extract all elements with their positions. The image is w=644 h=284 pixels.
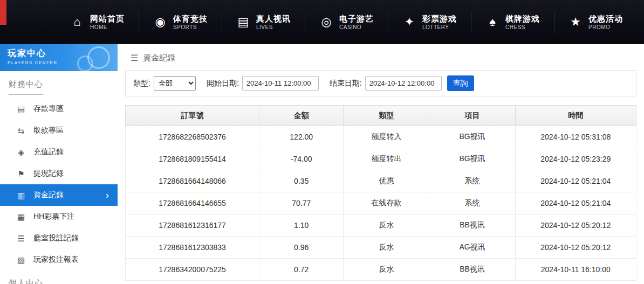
cell-order-number: 1728681664146655 xyxy=(126,192,259,214)
main-content: ☰ 資金記錄 類型: 全部 開始日期: 结束日期: 查詢 訂單號 金額 xyxy=(118,44,644,284)
home-icon: ⌂ xyxy=(70,16,84,28)
nav-label-zh: 棋牌游戏 xyxy=(505,13,540,24)
nav-item[interactable]: ♠ 棋牌游戏 CHESS xyxy=(471,11,554,33)
menu-item-label: 玩家投注報表 xyxy=(33,255,79,265)
nav-item[interactable]: ◉ 体育竞技 SPORTS xyxy=(139,11,222,33)
cell-type: 优惠 xyxy=(344,170,429,192)
cell-amount: 0.35 xyxy=(259,170,344,192)
table-row: 1728681664146655 70.77 在线存款 系统 2024-10-1… xyxy=(126,192,636,214)
nav-label-en: LIVES xyxy=(256,24,291,31)
nav-label-en: LOTTERY xyxy=(422,24,457,31)
nav-label-en: CHESS xyxy=(505,24,540,31)
nav-label: 优惠活动 PROMO xyxy=(588,13,623,31)
cell-order-number: 1728681612316177 xyxy=(126,214,259,237)
nav-item[interactable]: ◎ 电子游艺 CASINO xyxy=(305,11,388,33)
column-header: 金額 xyxy=(259,106,344,126)
cell-order-number: 1728682268502376 xyxy=(126,126,259,148)
main-menu: ⌂ 网站首页 HOME ◉ 体育竞技 SPORTS ▤ 真人视讯 LIVES xyxy=(56,0,637,44)
sidebar-menu: ▤ 存款專區 › ⇆ 取款專區 › ◈ 充值記錄 › ⚑ xyxy=(0,98,118,271)
sidebar-menu-item[interactable]: ⇆ 取款專區 › xyxy=(0,120,118,141)
column-header: 項目 xyxy=(429,106,515,126)
page-title: 資金記錄 xyxy=(143,53,175,63)
lottery_bet-icon: ▦ xyxy=(16,213,26,221)
menu-item-label: 提現記錄 xyxy=(33,169,64,178)
cell-project: BG视讯 xyxy=(429,126,515,148)
cell-type: 反水 xyxy=(344,214,429,237)
top-navigation: ⌂ 网站首页 HOME ◉ 体育竞技 SPORTS ▤ 真人视讯 LIVES xyxy=(0,0,644,44)
cell-time: 2024-10-12 05:20:12 xyxy=(515,214,636,237)
start-date-input[interactable] xyxy=(242,76,319,91)
table-body: 1728682268502376 122.00 额度转入 BG视讯 2024-1… xyxy=(126,126,636,281)
menu-item-label: 資金記錄 xyxy=(33,190,64,200)
sidebar-menu-item[interactable]: ◈ 充值記錄 › xyxy=(0,141,118,163)
nav-label-en: HOME xyxy=(90,24,125,31)
chess-icon: ♠ xyxy=(485,16,499,28)
table-row: 1728634200075225 0.72 反水 BB视讯 2024-10-11… xyxy=(126,259,636,281)
sidebar-menu-item[interactable]: ☰ 廳室投註記錄 › xyxy=(0,227,118,249)
cell-order-number: 1728681809155414 xyxy=(126,148,259,170)
nav-item[interactable]: ▤ 真人视讯 LIVES xyxy=(222,11,305,33)
cell-project: AG视讯 xyxy=(429,237,515,259)
menu-item-label: 取款專區 xyxy=(33,126,64,135)
cell-amount: 0.72 xyxy=(259,259,344,281)
lives-icon: ▤ xyxy=(236,16,250,28)
end-date-input[interactable] xyxy=(365,76,442,91)
sports-icon: ◉ xyxy=(153,16,167,28)
table-row: 1728681612316177 1.10 反水 BB视讯 2024-10-12… xyxy=(126,214,636,237)
column-header: 時間 xyxy=(515,106,636,126)
finance-section-label: 财務中心 xyxy=(0,71,118,95)
sidebar-menu-item[interactable]: ▦ HH彩票下注 › xyxy=(0,206,118,227)
type-select[interactable]: 全部 xyxy=(154,76,196,91)
nav-label: 棋牌游戏 CHESS xyxy=(505,13,540,31)
nav-label-en: CASINO xyxy=(339,24,374,31)
cell-type: 在线存款 xyxy=(344,192,429,214)
end-date-label: 结束日期: xyxy=(330,79,362,88)
nav-label: 彩票游戏 LOTTERY xyxy=(422,13,457,31)
cell-amount: -74.00 xyxy=(259,148,344,170)
filter-panel: 類型: 全部 開始日期: 结束日期: 查詢 xyxy=(125,70,636,96)
cell-project: 系统 xyxy=(429,170,515,192)
cell-time: 2024-10-12 05:21:04 xyxy=(515,192,636,214)
menu-toggle-icon[interactable]: ☰ xyxy=(131,54,138,63)
cell-order-number: 1728634200075225 xyxy=(126,259,259,281)
cell-time: 2024-10-12 05:23:29 xyxy=(515,148,636,170)
start-date-label: 開始日期: xyxy=(207,79,239,88)
cell-time: 2024-10-12 05:31:08 xyxy=(515,126,636,148)
sidebar-menu-item[interactable]: ▧ 玩家投注報表 › xyxy=(0,249,118,271)
cell-time: 2024-10-12 05:20:12 xyxy=(515,237,636,259)
page-layout: 玩家中心 PLAYERS CENTER 财務中心 ▤ 存款專區 › ⇆ 取款專區… xyxy=(0,44,644,284)
page-title-bar: ☰ 資金記錄 xyxy=(125,44,636,70)
report-icon: ▧ xyxy=(16,256,26,264)
nav-label-zh: 彩票游戏 xyxy=(422,13,457,24)
cashout-icon: ⚑ xyxy=(16,170,26,178)
lottery-icon: ✦ xyxy=(402,16,416,28)
cell-type: 额度转出 xyxy=(344,148,429,170)
funds-records-table: 訂單號 金額 類型 項目 時間 1728682268502376 xyxy=(125,105,636,281)
nav-label-zh: 优惠活动 xyxy=(588,13,623,24)
casino-icon: ◎ xyxy=(319,16,333,28)
sidebar: 玩家中心 PLAYERS CENTER 财務中心 ▤ 存款專區 › ⇆ 取款專區… xyxy=(0,44,118,284)
cell-order-number: 1728681612303833 xyxy=(126,237,259,259)
table-row: 1728681809155414 -74.00 额度转出 BG视讯 2024-1… xyxy=(126,148,636,170)
sidebar-menu-item[interactable]: ▤ 存款專區 › xyxy=(0,98,118,120)
sidebar-menu-item[interactable]: ▥ 資金記錄 › xyxy=(0,184,118,206)
chevron-right-icon: › xyxy=(106,190,109,200)
table-row: 1728682268502376 122.00 额度转入 BG视讯 2024-1… xyxy=(126,126,636,148)
nav-label-en: SPORTS xyxy=(173,24,208,31)
cell-project: BG视讯 xyxy=(429,148,515,170)
search-button[interactable]: 查詢 xyxy=(447,75,474,91)
nav-item[interactable]: ✦ 彩票游戏 LOTTERY xyxy=(388,11,471,33)
gamepad-decoration-icon xyxy=(87,46,110,69)
cell-order-number: 1728681664148066 xyxy=(126,170,259,192)
nav-label-zh: 真人视讯 xyxy=(256,13,291,24)
nav-item[interactable]: ★ 优惠活动 PROMO xyxy=(554,11,637,33)
table-row: 1728681664148066 0.35 优惠 系统 2024-10-12 0… xyxy=(126,170,636,192)
sidebar-menu-item[interactable]: ⚑ 提現記錄 › xyxy=(0,163,118,184)
nav-label-en: PROMO xyxy=(588,24,623,31)
nav-item[interactable]: ⌂ 网站首页 HOME xyxy=(56,11,139,33)
type-filter-label: 類型: xyxy=(133,79,150,88)
deposit-icon: ▤ xyxy=(16,105,26,113)
withdraw-icon: ⇆ xyxy=(16,127,26,135)
cell-amount: 122.00 xyxy=(259,126,344,148)
table-row: 1728681612303833 0.96 反水 AG视讯 2024-10-12… xyxy=(126,237,636,259)
